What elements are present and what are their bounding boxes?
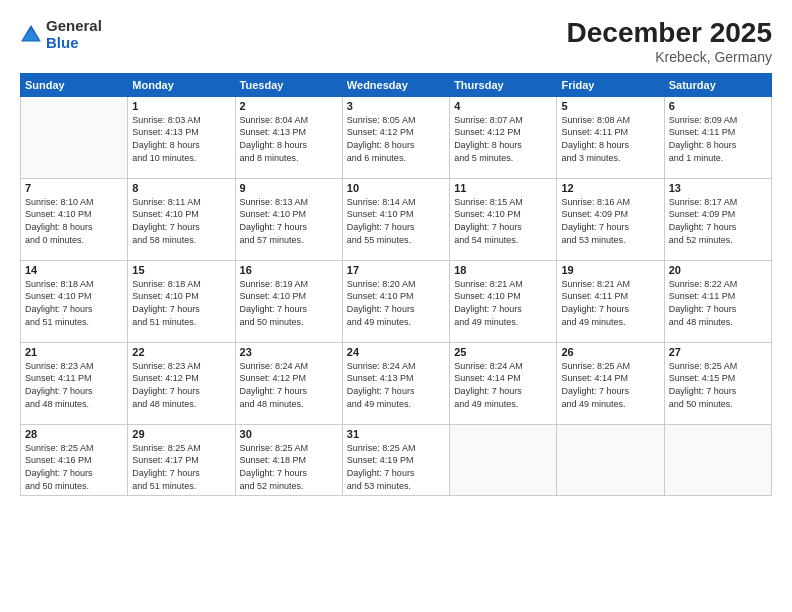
calendar-cell: 15Sunrise: 8:18 AM Sunset: 4:10 PM Dayli… [128,260,235,342]
day-number: 15 [132,264,230,276]
day-number: 14 [25,264,123,276]
calendar-header-friday: Friday [557,73,664,96]
day-number: 21 [25,346,123,358]
day-number: 20 [669,264,767,276]
day-info: Sunrise: 8:25 AM Sunset: 4:16 PM Dayligh… [25,442,123,492]
day-info: Sunrise: 8:03 AM Sunset: 4:13 PM Dayligh… [132,114,230,164]
day-info: Sunrise: 8:23 AM Sunset: 4:11 PM Dayligh… [25,360,123,410]
calendar-cell: 10Sunrise: 8:14 AM Sunset: 4:10 PM Dayli… [342,178,449,260]
calendar-cell: 23Sunrise: 8:24 AM Sunset: 4:12 PM Dayli… [235,342,342,424]
day-info: Sunrise: 8:17 AM Sunset: 4:09 PM Dayligh… [669,196,767,246]
calendar-cell: 25Sunrise: 8:24 AM Sunset: 4:14 PM Dayli… [450,342,557,424]
header: General Blue December 2025 Krebeck, Germ… [20,18,772,65]
day-number: 29 [132,428,230,440]
day-info: Sunrise: 8:10 AM Sunset: 4:10 PM Dayligh… [25,196,123,246]
calendar-cell [557,424,664,495]
logo-blue: Blue [46,35,102,52]
day-info: Sunrise: 8:24 AM Sunset: 4:12 PM Dayligh… [240,360,338,410]
day-number: 16 [240,264,338,276]
calendar-week-row: 14Sunrise: 8:18 AM Sunset: 4:10 PM Dayli… [21,260,772,342]
day-number: 2 [240,100,338,112]
day-number: 25 [454,346,552,358]
calendar-cell: 30Sunrise: 8:25 AM Sunset: 4:18 PM Dayli… [235,424,342,495]
day-number: 28 [25,428,123,440]
calendar-header-tuesday: Tuesday [235,73,342,96]
day-number: 24 [347,346,445,358]
day-info: Sunrise: 8:23 AM Sunset: 4:12 PM Dayligh… [132,360,230,410]
calendar-header-sunday: Sunday [21,73,128,96]
calendar-cell: 21Sunrise: 8:23 AM Sunset: 4:11 PM Dayli… [21,342,128,424]
calendar-cell: 6Sunrise: 8:09 AM Sunset: 4:11 PM Daylig… [664,96,771,178]
day-number: 9 [240,182,338,194]
day-info: Sunrise: 8:25 AM Sunset: 4:19 PM Dayligh… [347,442,445,492]
calendar-cell: 13Sunrise: 8:17 AM Sunset: 4:09 PM Dayli… [664,178,771,260]
calendar-cell: 22Sunrise: 8:23 AM Sunset: 4:12 PM Dayli… [128,342,235,424]
calendar-header-saturday: Saturday [664,73,771,96]
day-number: 5 [561,100,659,112]
calendar-cell [664,424,771,495]
calendar-cell [450,424,557,495]
calendar-cell: 3Sunrise: 8:05 AM Sunset: 4:12 PM Daylig… [342,96,449,178]
calendar-week-row: 21Sunrise: 8:23 AM Sunset: 4:11 PM Dayli… [21,342,772,424]
day-info: Sunrise: 8:24 AM Sunset: 4:13 PM Dayligh… [347,360,445,410]
day-info: Sunrise: 8:25 AM Sunset: 4:17 PM Dayligh… [132,442,230,492]
calendar-cell: 9Sunrise: 8:13 AM Sunset: 4:10 PM Daylig… [235,178,342,260]
day-number: 11 [454,182,552,194]
logo: General Blue [20,18,102,51]
calendar: SundayMondayTuesdayWednesdayThursdayFrid… [20,73,772,496]
calendar-cell: 12Sunrise: 8:16 AM Sunset: 4:09 PM Dayli… [557,178,664,260]
location: Krebeck, Germany [567,49,772,65]
svg-marker-1 [23,28,40,40]
day-number: 26 [561,346,659,358]
day-number: 19 [561,264,659,276]
day-number: 3 [347,100,445,112]
page: General Blue December 2025 Krebeck, Germ… [0,0,792,612]
day-number: 10 [347,182,445,194]
day-number: 23 [240,346,338,358]
calendar-cell: 24Sunrise: 8:24 AM Sunset: 4:13 PM Dayli… [342,342,449,424]
logo-icon [20,24,42,46]
day-info: Sunrise: 8:20 AM Sunset: 4:10 PM Dayligh… [347,278,445,328]
day-info: Sunrise: 8:14 AM Sunset: 4:10 PM Dayligh… [347,196,445,246]
day-number: 31 [347,428,445,440]
day-info: Sunrise: 8:07 AM Sunset: 4:12 PM Dayligh… [454,114,552,164]
logo-general: General [46,18,102,35]
calendar-cell: 4Sunrise: 8:07 AM Sunset: 4:12 PM Daylig… [450,96,557,178]
day-number: 7 [25,182,123,194]
day-number: 6 [669,100,767,112]
month-title: December 2025 [567,18,772,49]
calendar-week-row: 7Sunrise: 8:10 AM Sunset: 4:10 PM Daylig… [21,178,772,260]
day-number: 4 [454,100,552,112]
logo-text: General Blue [46,18,102,51]
calendar-header-wednesday: Wednesday [342,73,449,96]
calendar-cell: 26Sunrise: 8:25 AM Sunset: 4:14 PM Dayli… [557,342,664,424]
calendar-cell: 28Sunrise: 8:25 AM Sunset: 4:16 PM Dayli… [21,424,128,495]
calendar-cell: 19Sunrise: 8:21 AM Sunset: 4:11 PM Dayli… [557,260,664,342]
calendar-cell: 11Sunrise: 8:15 AM Sunset: 4:10 PM Dayli… [450,178,557,260]
calendar-cell: 31Sunrise: 8:25 AM Sunset: 4:19 PM Dayli… [342,424,449,495]
day-info: Sunrise: 8:16 AM Sunset: 4:09 PM Dayligh… [561,196,659,246]
day-info: Sunrise: 8:15 AM Sunset: 4:10 PM Dayligh… [454,196,552,246]
calendar-week-row: 28Sunrise: 8:25 AM Sunset: 4:16 PM Dayli… [21,424,772,495]
day-info: Sunrise: 8:24 AM Sunset: 4:14 PM Dayligh… [454,360,552,410]
calendar-cell: 18Sunrise: 8:21 AM Sunset: 4:10 PM Dayli… [450,260,557,342]
calendar-cell: 14Sunrise: 8:18 AM Sunset: 4:10 PM Dayli… [21,260,128,342]
day-number: 17 [347,264,445,276]
day-number: 13 [669,182,767,194]
calendar-cell: 27Sunrise: 8:25 AM Sunset: 4:15 PM Dayli… [664,342,771,424]
calendar-cell: 2Sunrise: 8:04 AM Sunset: 4:13 PM Daylig… [235,96,342,178]
day-info: Sunrise: 8:21 AM Sunset: 4:11 PM Dayligh… [561,278,659,328]
day-info: Sunrise: 8:08 AM Sunset: 4:11 PM Dayligh… [561,114,659,164]
calendar-cell [21,96,128,178]
calendar-week-row: 1Sunrise: 8:03 AM Sunset: 4:13 PM Daylig… [21,96,772,178]
day-info: Sunrise: 8:25 AM Sunset: 4:15 PM Dayligh… [669,360,767,410]
day-info: Sunrise: 8:13 AM Sunset: 4:10 PM Dayligh… [240,196,338,246]
calendar-header-monday: Monday [128,73,235,96]
title-block: December 2025 Krebeck, Germany [567,18,772,65]
calendar-header-thursday: Thursday [450,73,557,96]
calendar-cell: 29Sunrise: 8:25 AM Sunset: 4:17 PM Dayli… [128,424,235,495]
day-info: Sunrise: 8:25 AM Sunset: 4:18 PM Dayligh… [240,442,338,492]
day-info: Sunrise: 8:22 AM Sunset: 4:11 PM Dayligh… [669,278,767,328]
calendar-cell: 16Sunrise: 8:19 AM Sunset: 4:10 PM Dayli… [235,260,342,342]
day-number: 12 [561,182,659,194]
